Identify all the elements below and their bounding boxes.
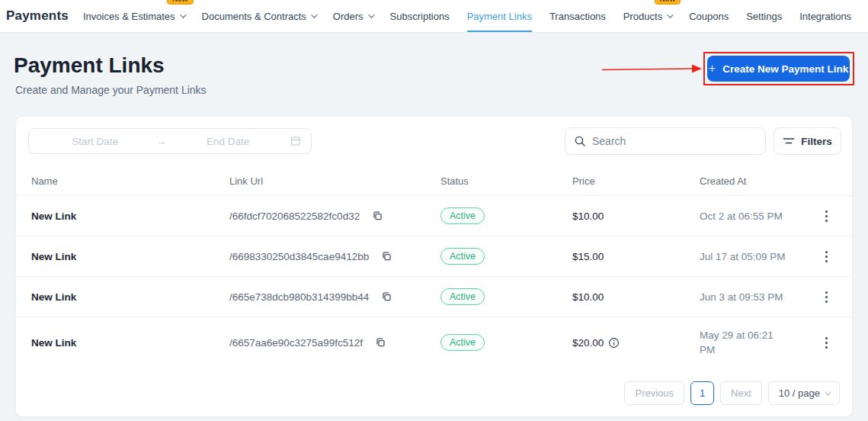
search-input[interactable] bbox=[592, 135, 757, 147]
info-icon[interactable] bbox=[608, 337, 620, 349]
nav-item-label: Settings bbox=[746, 11, 782, 22]
link-url: /66fdcf702068522582fc0d32 bbox=[229, 210, 360, 222]
copy-link-button[interactable] bbox=[373, 335, 388, 350]
row-actions-kebab-icon[interactable] bbox=[821, 288, 832, 306]
price-value: $20.00 bbox=[572, 337, 604, 349]
nav-item-label: Documents & Contracts bbox=[202, 11, 306, 22]
search-icon bbox=[574, 135, 586, 147]
status-badge: Active bbox=[440, 288, 485, 305]
plus-icon: + bbox=[709, 63, 716, 75]
table-row: New Link /6698330250d3845cae9412bb Activ… bbox=[16, 236, 854, 277]
table-row: New Link /665e738dcb980b314399bb44 Activ… bbox=[16, 277, 854, 317]
page-subtitle: Create and Manage your Payment Links bbox=[15, 84, 207, 96]
current-page-button[interactable]: 1 bbox=[690, 381, 714, 405]
column-header-status: Status bbox=[440, 175, 572, 187]
created-at-value: Jul 17 at 05:09 PM bbox=[700, 251, 806, 262]
column-header-price: Price bbox=[572, 175, 700, 187]
column-header-created-at: Created At bbox=[700, 175, 806, 187]
table-header-row: Name Link Url Status Price Created At bbox=[16, 167, 854, 196]
filter-lines-icon bbox=[783, 136, 795, 146]
chevron-down-icon bbox=[368, 11, 374, 18]
filters-button[interactable]: Filters bbox=[774, 127, 841, 155]
nav-item-label: Products bbox=[623, 11, 662, 22]
top-navigation: Payments New Invoices & Estimates Docume… bbox=[0, 0, 868, 33]
link-url: /6698330250d3845cae9412bb bbox=[229, 251, 369, 262]
page-title: Payment Links bbox=[14, 53, 165, 78]
create-new-payment-link-button[interactable]: + Create New Payment Link bbox=[707, 56, 850, 82]
copy-link-button[interactable] bbox=[370, 208, 385, 223]
page-size-select[interactable]: 10 / page bbox=[768, 381, 840, 405]
table-body: New Link /66fdcf702068522582fc0d32 Activ… bbox=[16, 196, 854, 368]
arrow-right-icon: → bbox=[157, 136, 167, 147]
nav-item-subscriptions[interactable]: Subscriptions bbox=[390, 0, 450, 32]
table-row: New Link /66fdcf702068522582fc0d32 Activ… bbox=[16, 196, 854, 236]
row-actions-kebab-icon[interactable] bbox=[821, 334, 832, 352]
status-badge: Active bbox=[440, 334, 485, 351]
start-date-input[interactable]: Start Date bbox=[38, 136, 152, 147]
chevron-down-icon bbox=[311, 11, 317, 18]
column-header-name: Name bbox=[31, 175, 229, 187]
column-header-link-url: Link Url bbox=[229, 175, 440, 187]
nav-item-documents-contracts[interactable]: Documents & Contracts bbox=[202, 0, 315, 32]
table-row: New Link /6657aa6e90c3275a99fc512f Activ… bbox=[16, 317, 854, 368]
previous-page-button[interactable]: Previous bbox=[624, 381, 684, 405]
price-value: $10.00 bbox=[572, 210, 700, 222]
new-badge: New bbox=[167, 0, 194, 5]
link-name: New Link bbox=[31, 291, 229, 303]
nav-item-coupons[interactable]: Coupons bbox=[689, 0, 729, 32]
link-name: New Link bbox=[31, 251, 229, 262]
link-url: /665e738dcb980b314399bb44 bbox=[229, 291, 369, 303]
nav-item-integrations[interactable]: Integrations bbox=[799, 0, 851, 32]
search-box bbox=[565, 127, 766, 155]
copy-icon bbox=[380, 291, 392, 303]
nav-menu: New Invoices & Estimates Documents & Con… bbox=[83, 0, 851, 32]
next-page-button[interactable]: Next bbox=[720, 381, 762, 405]
nav-item-label: Integrations bbox=[799, 11, 851, 22]
end-date-input[interactable]: End Date bbox=[171, 136, 286, 147]
price-value: $10.00 bbox=[572, 291, 700, 303]
price-value: $15.00 bbox=[572, 251, 700, 262]
nav-item-label: Orders bbox=[333, 11, 364, 22]
nav-item-label: Subscriptions bbox=[390, 11, 450, 22]
nav-item-settings[interactable]: Settings bbox=[746, 0, 782, 32]
copy-icon bbox=[380, 250, 392, 262]
link-name: New Link bbox=[31, 337, 229, 349]
app-brand: Payments bbox=[6, 8, 69, 24]
nav-item-label: Invoices & Estimates bbox=[83, 11, 175, 22]
copy-link-button[interactable] bbox=[379, 289, 394, 304]
nav-item-orders[interactable]: Orders bbox=[333, 0, 373, 32]
nav-item-label: Payment Links bbox=[467, 11, 532, 22]
created-at-value: Jun 3 at 09:53 PM bbox=[700, 291, 806, 303]
link-name: New Link bbox=[31, 210, 229, 222]
calendar-icon bbox=[290, 135, 302, 147]
payment-links-card: Start Date → End Date Filters Name Link … bbox=[15, 116, 853, 417]
pagination: Previous 1 Next 10 / page bbox=[624, 381, 840, 405]
nav-item-label: Coupons bbox=[689, 11, 729, 22]
nav-item-transactions[interactable]: Transactions bbox=[549, 0, 606, 32]
status-badge: Active bbox=[440, 248, 485, 265]
created-at-value: Oct 2 at 06:55 PM bbox=[700, 210, 806, 222]
chevron-down-icon bbox=[180, 11, 186, 18]
copy-icon bbox=[374, 336, 386, 349]
new-badge: New bbox=[655, 0, 681, 5]
copy-icon bbox=[371, 210, 383, 222]
chevron-down-icon bbox=[667, 11, 673, 18]
nav-item-products[interactable]: New Products bbox=[623, 0, 671, 32]
nav-item-invoices-estimates[interactable]: New Invoices & Estimates bbox=[83, 0, 184, 32]
filters-label: Filters bbox=[801, 136, 832, 147]
nav-item-payment-links[interactable]: Payment Links bbox=[467, 0, 532, 32]
chevron-down-icon bbox=[825, 389, 831, 395]
row-actions-kebab-icon[interactable] bbox=[821, 207, 832, 225]
date-range-picker[interactable]: Start Date → End Date bbox=[28, 128, 312, 154]
payment-links-table: Name Link Url Status Price Created At Ne… bbox=[16, 167, 854, 368]
annotation-arrow bbox=[601, 59, 704, 78]
nav-item-label: Transactions bbox=[549, 11, 606, 22]
link-url: /6657aa6e90c3275a99fc512f bbox=[229, 337, 363, 349]
status-badge: Active bbox=[440, 207, 485, 224]
copy-link-button[interactable] bbox=[379, 249, 394, 264]
row-actions-kebab-icon[interactable] bbox=[821, 248, 832, 265]
create-button-label: Create New Payment Link bbox=[722, 63, 848, 75]
created-at-value: May 29 at 06:21 PM bbox=[700, 328, 779, 357]
page-size-label: 10 / page bbox=[779, 387, 820, 399]
